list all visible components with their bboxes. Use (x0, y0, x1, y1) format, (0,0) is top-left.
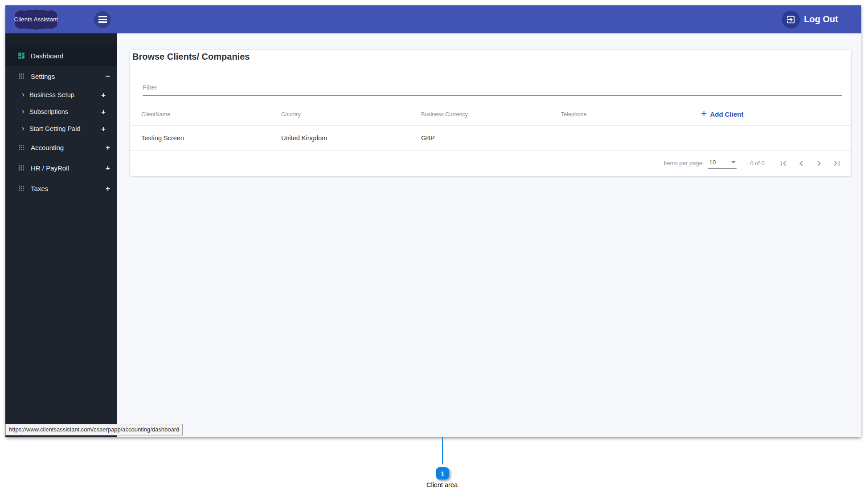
status-bar-url: https://www.clientsassistant.com/csaerpa… (5, 424, 183, 435)
column-header-business-currency: Business Currency (421, 111, 561, 118)
callout-badge: 1 (436, 467, 449, 480)
sidebar-item-label: Subscriptions (29, 108, 68, 115)
logo-text: Clients Assistant (14, 16, 58, 23)
expand-icon[interactable]: + (101, 108, 106, 116)
table-header-row: ClientName Country Business Currency Tel… (130, 103, 851, 126)
dropdown-caret-icon (731, 161, 736, 163)
expand-icon[interactable]: + (106, 164, 110, 172)
sidebar-item-dashboard[interactable]: Dashboard (5, 45, 117, 66)
sidebar-item-label: Settings (31, 73, 55, 80)
expand-icon[interactable]: + (101, 91, 106, 99)
main-content: Browse Clients/ Companies ClientName Cou… (117, 33, 861, 437)
clients-card: Browse Clients/ Companies ClientName Cou… (130, 50, 851, 176)
top-navbar: Clients Assistant Log Out (5, 5, 861, 33)
app-window: Clients Assistant Log Out (5, 5, 861, 437)
sidebar-item-label: Taxes (31, 185, 48, 192)
items-per-page-label: Items per page: (663, 160, 704, 167)
collapse-icon[interactable]: − (106, 73, 110, 80)
callout-line (442, 437, 443, 464)
sidebar-item-label: Dashboard (31, 52, 63, 60)
expand-icon[interactable]: + (106, 144, 110, 151)
callout-label: Client area (397, 481, 487, 488)
column-header-telephone: Telephone (561, 111, 701, 118)
table-paginator: Items per page: 10 0 of 0 (130, 150, 851, 176)
column-header-country: Country (281, 111, 421, 118)
first-page-icon (778, 158, 789, 169)
sidebar-item-business-setup[interactable]: Business Setup + (5, 86, 117, 103)
cell-client-name: Testing Screen (141, 134, 281, 142)
page-title: Browse Clients/ Companies (132, 52, 250, 62)
add-client-button[interactable]: + Add Client (701, 110, 743, 118)
cell-business-currency: GBP (421, 134, 561, 142)
first-page-button[interactable] (774, 154, 792, 172)
items-per-page-value: 10 (709, 159, 716, 166)
sidebar-item-label: Start Getting Paid (29, 125, 80, 132)
grid-icon (17, 143, 25, 151)
screenshot-stage: Clients Assistant Log Out (0, 0, 868, 496)
sidebar-nav: Dashboard Settings − Business Setup + (5, 33, 117, 437)
chevron-right-icon (20, 109, 26, 115)
previous-page-button[interactable] (792, 154, 810, 172)
last-page-button[interactable] (828, 154, 846, 172)
filter-field (143, 81, 842, 96)
logout-label: Log Out (804, 14, 838, 24)
chevron-right-icon (814, 158, 824, 169)
column-header-clientname: ClientName (141, 111, 281, 118)
chevron-left-icon (796, 158, 807, 169)
app-logo[interactable]: Clients Assistant (12, 8, 60, 32)
filter-input[interactable] (143, 81, 842, 96)
expand-icon[interactable]: + (106, 185, 110, 192)
sidebar-item-start-getting-paid[interactable]: Start Getting Paid + (5, 120, 117, 137)
paginator-range: 0 of 0 (750, 160, 765, 167)
sidebar-item-hr-payroll[interactable]: HR / PayRoll + (5, 158, 117, 178)
cell-country: United Kingdom (281, 134, 421, 142)
sidebar-item-label: Business Setup (29, 91, 74, 98)
sidebar-item-label: Accounting (31, 144, 64, 151)
hamburger-icon (98, 16, 107, 17)
table-row[interactable]: Testing Screen United Kingdom GBP (130, 126, 851, 150)
exit-to-app-icon (782, 11, 800, 28)
grid-icon (17, 184, 25, 192)
expand-icon[interactable]: + (101, 125, 106, 133)
chevron-right-icon (20, 92, 26, 98)
sidebar-item-subscriptions[interactable]: Subscriptions + (5, 103, 117, 120)
sidebar-item-accounting[interactable]: Accounting + (5, 137, 117, 158)
chevron-right-icon (20, 126, 26, 132)
sidebar-item-label: HR / PayRoll (31, 164, 69, 172)
add-client-label: Add Client (710, 110, 743, 118)
logout-button[interactable]: Log Out (782, 11, 838, 28)
grid-icon (17, 164, 25, 172)
plus-icon: + (701, 109, 707, 118)
sidebar-top-strip (5, 33, 117, 45)
dashboard-icon (17, 52, 25, 60)
sidebar-item-settings[interactable]: Settings − (5, 66, 117, 86)
next-page-button[interactable] (810, 154, 828, 172)
last-page-icon (831, 158, 842, 169)
menu-toggle-button[interactable] (94, 11, 111, 28)
items-per-page-select[interactable]: 10 (708, 158, 737, 169)
sidebar-item-taxes[interactable]: Taxes + (5, 178, 117, 199)
grid-icon (17, 72, 25, 80)
